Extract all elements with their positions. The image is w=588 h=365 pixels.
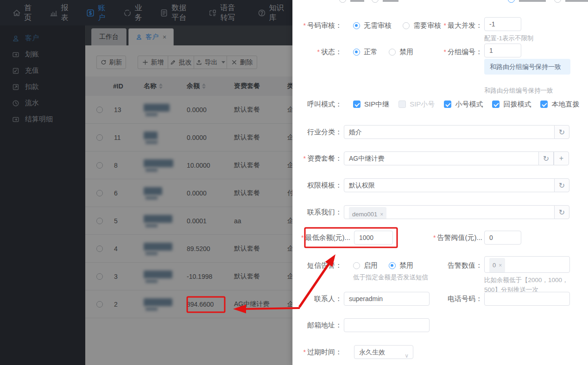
chevron-down-icon: ∨ xyxy=(405,349,409,359)
customer-edit-drawer: *号码审核： 无需审核需要审核 *最大并发： -1 配置-1表示不限制 *状态：… xyxy=(292,0,588,365)
email-input[interactable] xyxy=(344,318,430,332)
contact-us-refresh-button[interactable]: ↻ xyxy=(554,205,569,219)
perm-template-input[interactable]: 默认权限 xyxy=(344,178,555,192)
field-label-contact-us: 联系我们： xyxy=(293,205,342,219)
checkbox-call-mode-SIP小号: SIP小号 xyxy=(398,100,435,109)
field-label-alert-threshold: *告警阀值(元)... xyxy=(404,231,482,245)
checkbox-icon xyxy=(398,101,406,108)
checkbox-label: 本地直拨 xyxy=(551,100,579,109)
radio-label: 无需审核 xyxy=(364,21,392,30)
radio-clipped[interactable] xyxy=(554,0,561,3)
radio-icon xyxy=(389,49,396,56)
field-label-status: *状态： xyxy=(293,45,342,59)
industry-refresh-button[interactable]: ↻ xyxy=(554,125,569,139)
contact-us-tag[interactable]: demo001× xyxy=(349,207,386,219)
checkbox-icon xyxy=(540,101,548,108)
radio-clipped-selected[interactable] xyxy=(508,0,515,3)
clipped-label xyxy=(350,0,364,2)
tag-close-icon[interactable]: × xyxy=(499,259,502,272)
tariff-refresh-button[interactable]: ↻ xyxy=(538,151,554,165)
call-mode-checkbox-group: SIP中继SIP小号小号模式回拨模式本地直拨 xyxy=(353,97,579,111)
field-label-group-no: *分组编号： xyxy=(404,45,482,59)
radio-label: 正常 xyxy=(364,48,378,57)
checkbox-icon xyxy=(444,101,451,108)
field-label-industry: 行业分类： xyxy=(293,125,342,139)
field-label-tariff: *资费套餐： xyxy=(293,151,342,165)
phone-input[interactable] xyxy=(484,292,570,306)
field-label-contact-person: 联系人： xyxy=(293,292,342,306)
alert-values-input[interactable]: 0× xyxy=(484,256,570,273)
clipped-label xyxy=(565,0,588,2)
checkbox-call-mode-小号模式[interactable]: 小号模式 xyxy=(444,100,483,109)
checkbox-icon xyxy=(353,101,360,108)
radio-sms-alert-启用[interactable]: 启用 xyxy=(353,261,378,270)
tag-close-icon[interactable]: × xyxy=(380,208,383,219)
field-label-max-concurrency: *最大并发： xyxy=(404,19,482,32)
clipped-label xyxy=(383,0,398,2)
group-no-hint: 和路由分组编号保持一致 xyxy=(484,86,553,95)
radio-icon xyxy=(353,22,360,29)
field-label-email: 邮箱地址： xyxy=(293,318,342,332)
tariff-input[interactable]: AG中继计费 xyxy=(344,151,539,165)
checkbox-label: SIP小号 xyxy=(410,100,435,109)
clipped-label xyxy=(519,0,546,2)
group-no-tooltip: 和路由分组编号保持一致 xyxy=(484,59,570,75)
sms-alert-hint: 低于指定金额是否发送短信 xyxy=(353,272,428,282)
radio-label: 启用 xyxy=(364,261,378,270)
app-root: 首页报表账户业务数据平台语音转写知识库 客户划账充值扣款流水结算明细 工作台客户… xyxy=(0,0,588,365)
max-concurrency-input[interactable]: -1 xyxy=(484,17,521,31)
contact-us-input[interactable]: demo001× xyxy=(344,205,555,219)
radio-clipped[interactable] xyxy=(372,0,379,3)
field-label-phone: 电话号码： xyxy=(404,292,482,306)
field-label-sms-alert: 短信告警： xyxy=(293,258,342,272)
field-label-number-audit: *号码审核： xyxy=(293,19,342,32)
tariff-add-button[interactable]: + xyxy=(554,151,569,165)
alert-values-tag[interactable]: 0× xyxy=(489,258,505,273)
alert-threshold-input[interactable]: 0 xyxy=(484,231,521,245)
checkbox-label: 小号模式 xyxy=(455,100,483,109)
min-balance-input[interactable]: 1000 xyxy=(354,231,393,245)
radio-icon xyxy=(353,262,360,269)
perm-template-refresh-button[interactable]: ↻ xyxy=(554,178,569,192)
radio-icon xyxy=(353,49,360,56)
group-no-input[interactable]: 1 xyxy=(484,44,521,57)
field-label-expire: *过期时间： xyxy=(293,345,342,359)
radio-clipped[interactable] xyxy=(339,0,346,3)
radio-number-audit-无需审核[interactable]: 无需审核 xyxy=(353,21,392,30)
checkbox-label: 回拨模式 xyxy=(503,100,531,109)
field-label-min-balance: *最低余额(元)... xyxy=(293,231,350,245)
industry-input[interactable]: 婚介 xyxy=(344,125,555,139)
radio-status-正常[interactable]: 正常 xyxy=(353,48,378,57)
max-concurrency-hint: 配置-1表示不限制 xyxy=(484,33,534,43)
checkbox-call-mode-SIP中继[interactable]: SIP中继 xyxy=(353,100,389,109)
clipped-form-row xyxy=(293,0,588,4)
field-label-alert-values: 告警数值： xyxy=(404,258,482,272)
checkbox-call-mode-本地直拨[interactable]: 本地直拨 xyxy=(540,100,579,109)
radio-icon xyxy=(389,262,396,269)
checkbox-icon xyxy=(492,101,499,108)
expire-select[interactable]: 永久生效∨ xyxy=(354,345,413,359)
field-label-call-mode: 呼叫模式： xyxy=(293,97,342,111)
modal-mask[interactable] xyxy=(0,0,292,365)
field-label-perm-template: 权限模板： xyxy=(293,178,342,192)
checkbox-call-mode-回拨模式[interactable]: 回拨模式 xyxy=(492,100,531,109)
checkbox-label: SIP中继 xyxy=(364,100,389,109)
